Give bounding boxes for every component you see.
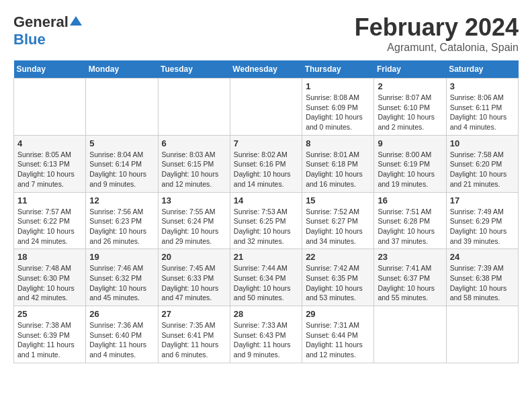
day-number: 24 <box>450 252 515 262</box>
calendar-cell: 13Sunrise: 7:55 AM Sunset: 6:24 PM Dayli… <box>158 192 230 249</box>
calendar-cell: 25Sunrise: 7:38 AM Sunset: 6:39 PM Dayli… <box>14 306 86 363</box>
day-info: Sunrise: 8:05 AM Sunset: 6:13 PM Dayligh… <box>17 150 82 189</box>
weekday-header-row: SundayMondayTuesdayWednesdayThursdayFrid… <box>14 60 519 79</box>
calendar-cell: 3Sunrise: 8:06 AM Sunset: 6:11 PM Daylig… <box>446 79 518 136</box>
calendar-cell <box>446 306 518 363</box>
day-number: 11 <box>17 195 82 205</box>
weekday-header-sunday: Sunday <box>14 60 86 79</box>
day-number: 26 <box>89 309 154 319</box>
day-number: 5 <box>89 138 154 148</box>
calendar-week-row: 1Sunrise: 8:08 AM Sunset: 6:09 PM Daylig… <box>14 79 519 136</box>
calendar-cell: 21Sunrise: 7:44 AM Sunset: 6:34 PM Dayli… <box>230 249 302 306</box>
calendar-cell: 20Sunrise: 7:45 AM Sunset: 6:33 PM Dayli… <box>158 249 230 306</box>
page-header: General Blue February 2024 Agramunt, Cat… <box>13 13 519 54</box>
logo-triangle-icon <box>70 15 82 27</box>
day-info: Sunrise: 7:58 AM Sunset: 6:20 PM Dayligh… <box>450 150 515 189</box>
day-info: Sunrise: 7:38 AM Sunset: 6:39 PM Dayligh… <box>17 320 82 360</box>
day-info: Sunrise: 7:46 AM Sunset: 6:32 PM Dayligh… <box>89 263 154 303</box>
calendar-cell: 6Sunrise: 8:03 AM Sunset: 6:15 PM Daylig… <box>158 135 230 192</box>
calendar-cell: 26Sunrise: 7:36 AM Sunset: 6:40 PM Dayli… <box>86 306 158 363</box>
day-info: Sunrise: 7:53 AM Sunset: 6:25 PM Dayligh… <box>234 207 298 246</box>
calendar-cell: 12Sunrise: 7:56 AM Sunset: 6:23 PM Dayli… <box>86 192 158 249</box>
calendar-cell: 19Sunrise: 7:46 AM Sunset: 6:32 PM Dayli… <box>86 249 158 306</box>
day-info: Sunrise: 8:03 AM Sunset: 6:15 PM Dayligh… <box>162 150 226 189</box>
calendar-cell: 16Sunrise: 7:51 AM Sunset: 6:28 PM Dayli… <box>374 192 446 249</box>
day-info: Sunrise: 7:41 AM Sunset: 6:37 PM Dayligh… <box>378 263 442 303</box>
location-title: Agramunt, Catalonia, Spain <box>355 42 519 54</box>
day-info: Sunrise: 8:06 AM Sunset: 6:11 PM Dayligh… <box>450 93 515 132</box>
day-number: 3 <box>450 81 515 91</box>
day-info: Sunrise: 8:01 AM Sunset: 6:18 PM Dayligh… <box>306 150 370 189</box>
day-info: Sunrise: 7:56 AM Sunset: 6:23 PM Dayligh… <box>89 207 154 246</box>
weekday-header-monday: Monday <box>86 60 158 79</box>
day-info: Sunrise: 7:36 AM Sunset: 6:40 PM Dayligh… <box>89 320 154 360</box>
calendar-cell: 1Sunrise: 8:08 AM Sunset: 6:09 PM Daylig… <box>302 79 374 136</box>
day-number: 7 <box>234 138 298 148</box>
calendar-cell <box>86 79 158 136</box>
day-info: Sunrise: 8:08 AM Sunset: 6:09 PM Dayligh… <box>306 93 370 132</box>
calendar-cell: 7Sunrise: 8:02 AM Sunset: 6:16 PM Daylig… <box>230 135 302 192</box>
calendar-cell <box>14 79 86 136</box>
day-number: 10 <box>450 138 515 148</box>
calendar-cell: 28Sunrise: 7:33 AM Sunset: 6:43 PM Dayli… <box>230 306 302 363</box>
day-info: Sunrise: 8:04 AM Sunset: 6:14 PM Dayligh… <box>89 150 154 189</box>
day-number: 16 <box>378 195 442 205</box>
calendar-cell: 4Sunrise: 8:05 AM Sunset: 6:13 PM Daylig… <box>14 135 86 192</box>
day-info: Sunrise: 8:07 AM Sunset: 6:10 PM Dayligh… <box>378 93 442 132</box>
day-number: 14 <box>234 195 298 205</box>
day-number: 9 <box>378 138 442 148</box>
day-number: 21 <box>234 252 298 262</box>
calendar-cell: 14Sunrise: 7:53 AM Sunset: 6:25 PM Dayli… <box>230 192 302 249</box>
svg-marker-0 <box>70 16 82 26</box>
day-info: Sunrise: 7:49 AM Sunset: 6:29 PM Dayligh… <box>450 207 515 246</box>
calendar-week-row: 4Sunrise: 8:05 AM Sunset: 6:13 PM Daylig… <box>14 135 519 192</box>
weekday-header-thursday: Thursday <box>302 60 374 79</box>
weekday-header-saturday: Saturday <box>446 60 518 79</box>
calendar-cell: 23Sunrise: 7:41 AM Sunset: 6:37 PM Dayli… <box>374 249 446 306</box>
calendar-cell <box>158 79 230 136</box>
day-info: Sunrise: 7:52 AM Sunset: 6:27 PM Dayligh… <box>306 207 370 246</box>
calendar-week-row: 25Sunrise: 7:38 AM Sunset: 6:39 PM Dayli… <box>14 306 519 363</box>
calendar-cell: 2Sunrise: 8:07 AM Sunset: 6:10 PM Daylig… <box>374 79 446 136</box>
calendar-cell: 18Sunrise: 7:48 AM Sunset: 6:30 PM Dayli… <box>14 249 86 306</box>
day-number: 12 <box>89 195 154 205</box>
calendar-cell <box>374 306 446 363</box>
calendar-week-row: 11Sunrise: 7:57 AM Sunset: 6:22 PM Dayli… <box>14 192 519 249</box>
day-number: 29 <box>306 309 370 319</box>
month-title: February 2024 <box>355 13 519 42</box>
calendar-cell: 27Sunrise: 7:35 AM Sunset: 6:41 PM Dayli… <box>158 306 230 363</box>
day-number: 20 <box>162 252 226 262</box>
day-info: Sunrise: 7:42 AM Sunset: 6:35 PM Dayligh… <box>306 263 370 303</box>
day-info: Sunrise: 7:45 AM Sunset: 6:33 PM Dayligh… <box>162 263 226 303</box>
day-info: Sunrise: 8:02 AM Sunset: 6:16 PM Dayligh… <box>234 150 298 189</box>
logo-general-text: General <box>13 13 69 31</box>
day-info: Sunrise: 7:31 AM Sunset: 6:44 PM Dayligh… <box>306 320 370 360</box>
calendar-cell <box>230 79 302 136</box>
calendar-table: SundayMondayTuesdayWednesdayThursdayFrid… <box>13 60 519 363</box>
weekday-header-wednesday: Wednesday <box>230 60 302 79</box>
day-number: 13 <box>162 195 226 205</box>
day-number: 22 <box>306 252 370 262</box>
logo: General Blue <box>13 13 82 48</box>
calendar-cell: 9Sunrise: 8:00 AM Sunset: 6:19 PM Daylig… <box>374 135 446 192</box>
day-info: Sunrise: 7:55 AM Sunset: 6:24 PM Dayligh… <box>162 207 226 246</box>
day-number: 8 <box>306 138 370 148</box>
calendar-cell: 11Sunrise: 7:57 AM Sunset: 6:22 PM Dayli… <box>14 192 86 249</box>
day-number: 27 <box>162 309 226 319</box>
calendar-week-row: 18Sunrise: 7:48 AM Sunset: 6:30 PM Dayli… <box>14 249 519 306</box>
calendar-cell: 5Sunrise: 8:04 AM Sunset: 6:14 PM Daylig… <box>86 135 158 192</box>
day-number: 4 <box>17 138 82 148</box>
weekday-header-tuesday: Tuesday <box>158 60 230 79</box>
day-number: 25 <box>17 309 82 319</box>
calendar-cell: 29Sunrise: 7:31 AM Sunset: 6:44 PM Dayli… <box>302 306 374 363</box>
calendar-cell: 22Sunrise: 7:42 AM Sunset: 6:35 PM Dayli… <box>302 249 374 306</box>
calendar-cell: 8Sunrise: 8:01 AM Sunset: 6:18 PM Daylig… <box>302 135 374 192</box>
day-info: Sunrise: 7:44 AM Sunset: 6:34 PM Dayligh… <box>234 263 298 303</box>
title-section: February 2024 Agramunt, Catalonia, Spain <box>355 13 519 54</box>
day-info: Sunrise: 8:00 AM Sunset: 6:19 PM Dayligh… <box>378 150 442 189</box>
day-info: Sunrise: 7:48 AM Sunset: 6:30 PM Dayligh… <box>17 263 82 303</box>
day-info: Sunrise: 7:35 AM Sunset: 6:41 PM Dayligh… <box>162 320 226 360</box>
day-info: Sunrise: 7:57 AM Sunset: 6:22 PM Dayligh… <box>17 207 82 246</box>
day-number: 23 <box>378 252 442 262</box>
day-number: 15 <box>306 195 370 205</box>
